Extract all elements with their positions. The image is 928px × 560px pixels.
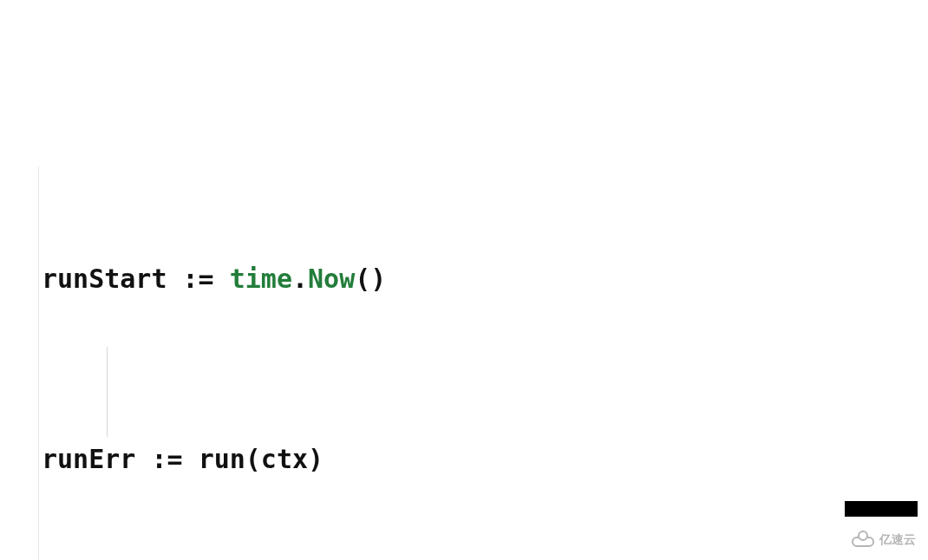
pkg-time: time — [230, 264, 292, 294]
op-assign: := — [183, 264, 214, 294]
cloud-icon — [852, 533, 874, 547]
var-runstart: runStart — [42, 264, 167, 294]
fn-now: Now — [308, 264, 355, 294]
code-line[interactable]: runStart := time.Now() — [42, 257, 928, 302]
op-dot: . — [292, 264, 308, 294]
watermark-text: 亿速云 — [879, 532, 916, 548]
code-editor: runStart := time.Now() runErr := run(ctx… — [0, 0, 928, 560]
call-run: run(ctx) — [199, 444, 324, 474]
parens: () — [355, 264, 386, 294]
var-runerr: runErr — [42, 444, 135, 474]
op-assign: := — [151, 444, 182, 474]
redaction-box — [845, 501, 918, 517]
code-line[interactable]: runErr := run(ctx) — [42, 437, 928, 482]
fold-gutter-line — [38, 166, 39, 560]
indent-guide — [107, 347, 108, 437]
watermark: 亿速云 — [852, 532, 916, 548]
